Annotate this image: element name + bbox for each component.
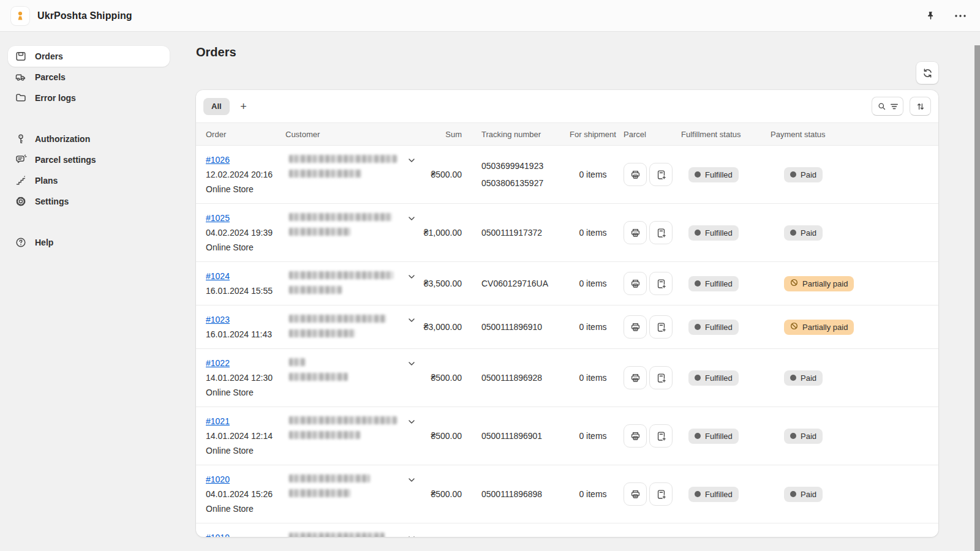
print-label-button[interactable] <box>624 163 647 186</box>
create-parcel-button[interactable] <box>649 424 673 448</box>
print-label-button[interactable] <box>624 424 647 448</box>
sync-icon <box>922 67 933 79</box>
ellipsis-icon[interactable] <box>952 12 969 20</box>
sync-orders-button[interactable] <box>916 62 938 84</box>
status-dot-icon <box>695 280 701 287</box>
sidebar-item-error-logs[interactable]: Error logs <box>8 88 170 108</box>
add-view-button[interactable]: + <box>235 98 253 115</box>
sidebar-item-label: Help <box>35 238 53 247</box>
col-header-payment-status[interactable]: Payment status <box>768 130 929 139</box>
search-filter-button[interactable] <box>872 97 903 116</box>
order-date: 12.02.2024 20:16 <box>206 167 273 182</box>
order-link[interactable]: #1022 <box>206 356 230 370</box>
printer-icon <box>630 278 641 290</box>
sidebar-item-settings[interactable]: Settings <box>8 191 170 212</box>
print-label-button[interactable] <box>624 315 647 339</box>
tracking-number: CV060129716UA <box>481 279 548 288</box>
payment-label: Paid <box>801 228 816 238</box>
col-header-sum[interactable]: Sum <box>423 130 470 139</box>
tracking-number: 0503699941923 <box>481 161 543 171</box>
chevron-down-icon[interactable] <box>407 156 417 167</box>
col-header-order[interactable]: Order <box>206 130 285 139</box>
tracking-number: 0500111896901 <box>481 431 542 441</box>
printer-icon <box>630 489 641 500</box>
create-parcel-button[interactable] <box>649 272 673 295</box>
fulfillment-cell: Fulfilled <box>679 465 768 523</box>
tab-all[interactable]: All <box>203 98 230 115</box>
status-dot-icon <box>695 375 701 381</box>
print-label-button[interactable] <box>624 366 647 389</box>
tracking-cell: 0500111917372 <box>470 204 562 261</box>
customer-redacted <box>289 358 348 381</box>
fulfillment-label: Fulfilled <box>705 490 733 499</box>
col-header-tracking[interactable]: Tracking number <box>470 130 562 139</box>
fulfillment-label: Fulfilled <box>705 170 733 179</box>
col-header-customer[interactable]: Customer <box>285 130 423 139</box>
order-link[interactable]: #1023 <box>206 312 230 327</box>
sum-cell: ₴3,500.00 <box>423 262 470 305</box>
filter-icon <box>890 102 899 111</box>
sidebar-item-help[interactable]: Help <box>8 232 170 253</box>
sidebar-item-authorization[interactable]: Authorization <box>8 129 170 149</box>
order-link[interactable]: #1025 <box>206 211 230 225</box>
vertical-scrollbar[interactable] <box>974 45 980 551</box>
create-parcel-button[interactable] <box>649 482 673 506</box>
create-parcel-button[interactable] <box>649 366 673 389</box>
chevron-down-icon[interactable] <box>407 417 417 429</box>
customer-phone-blurred <box>289 286 342 294</box>
col-header-fulfillment-status[interactable]: Fulfillment status <box>679 130 768 139</box>
payment-label: Paid <box>801 432 816 441</box>
customer-name-blurred <box>289 271 393 279</box>
topbar: UkrPoshta Shipping <box>0 0 980 32</box>
sidebar-item-orders[interactable]: Orders <box>8 46 170 67</box>
printer-icon <box>630 227 641 239</box>
order-cell: #1020 04.01.2024 15:26 Online Store <box>206 465 285 523</box>
printer-icon <box>630 169 641 181</box>
paid-dot-icon <box>790 230 796 236</box>
pin-icon[interactable] <box>923 8 938 23</box>
order-row: #1021 14.01.2024 12:14 Online Store ₴500… <box>196 407 938 465</box>
order-link[interactable]: #1020 <box>206 472 230 487</box>
order-link[interactable]: #1024 <box>206 269 230 283</box>
payment-label: Partially paid <box>802 323 848 332</box>
sidebar-item-parcels[interactable]: Parcels <box>8 67 170 88</box>
tracking-cell: 0500111896898 <box>470 465 562 523</box>
chevron-down-icon[interactable] <box>407 214 417 225</box>
order-cell: #1022 14.01.2024 12:30 Online Store <box>206 349 285 407</box>
customer-name-blurred <box>289 533 385 537</box>
order-link[interactable]: #1019 <box>206 530 230 537</box>
parcel-cell <box>624 262 679 305</box>
chevron-down-icon[interactable] <box>407 315 417 327</box>
shipment-cell: 0 items <box>562 523 624 537</box>
customer-phone-blurred <box>289 170 361 178</box>
order-link[interactable]: #1026 <box>206 152 230 167</box>
chevron-down-icon[interactable] <box>407 533 417 537</box>
sort-button[interactable] <box>910 97 931 116</box>
customer-cell <box>285 465 423 523</box>
chevron-down-icon[interactable] <box>407 359 417 370</box>
sidebar: Orders Parcels Error logs Authorizati <box>0 32 178 551</box>
print-label-button[interactable] <box>624 482 647 506</box>
chat-bubble-icon <box>15 154 27 166</box>
sidebar-item-parcel-settings[interactable]: Parcel settings <box>8 149 170 170</box>
create-parcel-button[interactable] <box>649 163 673 186</box>
create-parcel-button[interactable] <box>649 221 673 244</box>
payment-cell: Paid <box>768 349 929 407</box>
print-label-button[interactable] <box>624 272 647 295</box>
col-header-for-shipment[interactable]: For shipment <box>562 130 624 139</box>
order-link[interactable]: #1021 <box>206 414 230 429</box>
print-label-button[interactable] <box>624 221 647 244</box>
chevron-down-icon[interactable] <box>407 475 417 487</box>
col-header-parcel[interactable]: Parcel <box>624 130 679 139</box>
order-channel: Online Store <box>206 443 254 458</box>
folder-icon <box>15 92 27 104</box>
customer-cell <box>285 204 423 261</box>
parcel-cell <box>624 465 679 523</box>
payment-label: Paid <box>801 490 816 499</box>
chevron-down-icon[interactable] <box>407 272 417 283</box>
order-row: #1025 04.02.2024 19:39 Online Store ₴1,0… <box>196 204 938 262</box>
create-parcel-button[interactable] <box>649 315 673 339</box>
sidebar-item-plans[interactable]: Plans <box>8 170 170 191</box>
payment-label: Partially paid <box>802 279 848 288</box>
customer-redacted <box>289 416 397 439</box>
